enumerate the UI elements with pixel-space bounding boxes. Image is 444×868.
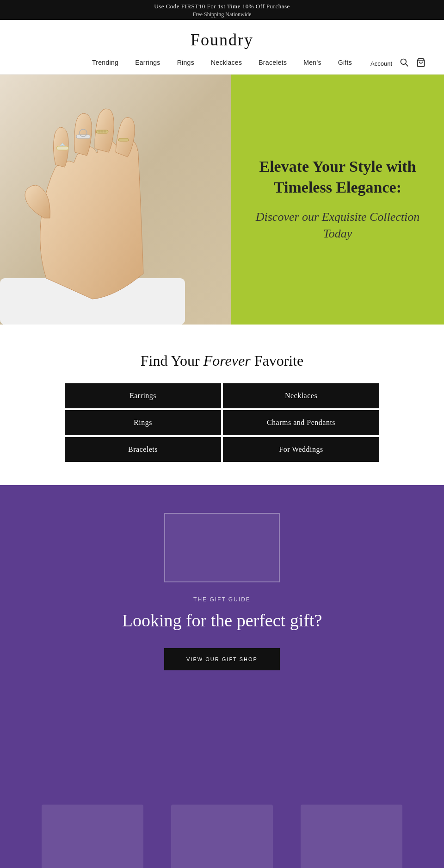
site-header: Foundry Trending Earrings Rings Necklace… bbox=[0, 20, 444, 75]
gift-cat-mom-image bbox=[301, 805, 402, 868]
announcement-bar: Use Code FIRST10 For 1st Time 10% Off Pu… bbox=[0, 0, 444, 20]
gift-cat-engraved: Engraved Gifts 10 products bbox=[42, 805, 143, 868]
svg-point-0 bbox=[401, 59, 407, 65]
nav-necklaces[interactable]: Necklaces bbox=[211, 59, 242, 66]
hero-headline: Elevate Your Style with Timeless Eleganc… bbox=[254, 156, 421, 197]
gift-cat-bundles-image bbox=[171, 805, 273, 868]
hero-text-panel: Elevate Your Style with Timeless Eleganc… bbox=[231, 75, 444, 325]
search-button[interactable] bbox=[400, 58, 409, 69]
gift-guide-image bbox=[164, 513, 280, 582]
gift-cat-bundles: Bundles 10 products bbox=[171, 805, 273, 868]
nav-gifts[interactable]: Gifts bbox=[338, 59, 352, 66]
svg-point-13 bbox=[104, 131, 106, 133]
nav-rings[interactable]: Rings bbox=[177, 59, 194, 66]
gift-guide-eyebrow: THE GIFT GUIDE bbox=[18, 596, 426, 603]
svg-rect-14 bbox=[118, 138, 129, 141]
category-charms[interactable]: Charms and Pendants bbox=[223, 410, 379, 435]
gift-categories-section: Engraved Gifts 10 products Bundles 10 pr… bbox=[0, 786, 444, 868]
hand-rings-illustration bbox=[0, 75, 231, 325]
svg-rect-6 bbox=[56, 146, 68, 150]
cart-button[interactable] bbox=[416, 58, 426, 69]
svg-line-1 bbox=[406, 64, 408, 66]
hero-image bbox=[0, 75, 231, 325]
nav-bracelets[interactable]: Bracelets bbox=[259, 59, 287, 66]
nav-mens[interactable]: Men's bbox=[303, 59, 321, 66]
gift-cat-mom: Gifts For Mom 36 products bbox=[301, 805, 402, 868]
view-gift-shop-button[interactable]: VIEW OUR GIFT SHOP bbox=[164, 648, 280, 670]
svg-point-12 bbox=[101, 131, 104, 133]
category-earrings[interactable]: Earrings bbox=[65, 383, 221, 408]
category-bracelets[interactable]: Bracelets bbox=[65, 437, 221, 462]
shipping-text: Free Shipping Nationwide bbox=[0, 11, 444, 18]
find-forever-section: Find Your Forever Favorite Earrings Neck… bbox=[0, 325, 444, 485]
nav-earrings[interactable]: Earrings bbox=[135, 59, 160, 66]
promo-text: Use Code FIRST10 For 1st Time 10% Off Pu… bbox=[0, 3, 444, 10]
gift-guide-heading: Looking for the perfect gift? bbox=[18, 610, 426, 631]
gift-cat-engraved-image bbox=[42, 805, 143, 868]
svg-point-11 bbox=[99, 131, 101, 133]
site-logo[interactable]: Foundry bbox=[18, 26, 426, 54]
category-weddings[interactable]: For Weddings bbox=[223, 437, 379, 462]
nav-trending[interactable]: Trending bbox=[92, 59, 118, 66]
purple-spacer bbox=[0, 693, 444, 786]
category-necklaces[interactable]: Necklaces bbox=[223, 383, 379, 408]
category-grid: Earrings Necklaces Rings Charms and Pend… bbox=[65, 383, 379, 462]
account-link[interactable]: Account bbox=[370, 60, 392, 67]
gift-guide-section: THE GIFT GUIDE Looking for the perfect g… bbox=[0, 485, 444, 693]
find-forever-heading: Find Your Forever Favorite bbox=[18, 352, 426, 369]
category-rings[interactable]: Rings bbox=[65, 410, 221, 435]
hero-section: Elevate Your Style with Timeless Eleganc… bbox=[0, 75, 444, 325]
hero-subheadline: Discover our Exquisite Collection Today bbox=[254, 209, 421, 243]
